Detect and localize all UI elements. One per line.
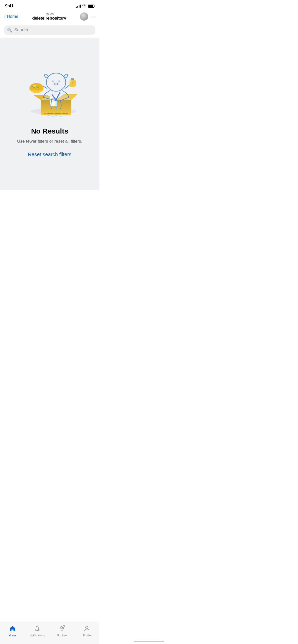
svg-point-14 [33, 85, 37, 87]
no-results-title: No Results [31, 127, 68, 135]
nav-actions: ··· [80, 12, 95, 21]
search-container: 🔍 Search [0, 24, 99, 38]
svg-point-9 [58, 80, 60, 82]
status-icons [76, 4, 94, 8]
nav-title: delete repository [18, 16, 80, 21]
back-label: Home [7, 14, 18, 19]
nav-title-block: Issues delete repository [18, 12, 80, 21]
svg-point-8 [52, 80, 54, 82]
no-results-illustration [14, 53, 85, 119]
back-button[interactable]: ‹ Home [4, 14, 18, 19]
more-button[interactable]: ··· [90, 14, 95, 20]
search-icon: 🔍 [7, 28, 12, 33]
nav-header: ‹ Home Issues delete repository ··· [0, 10, 99, 24]
svg-point-10 [55, 83, 58, 85]
svg-point-18 [70, 80, 71, 82]
main-content: No Results Use fewer filters or reset al… [0, 38, 99, 190]
status-time: 9:41 [5, 4, 13, 9]
search-input[interactable]: Search [14, 27, 28, 33]
avatar[interactable] [80, 12, 88, 21]
reset-search-filters-button[interactable]: Reset search filters [28, 152, 71, 157]
battery-icon [88, 5, 94, 8]
no-results-subtitle: Use fewer filters or reset all filters. [17, 138, 82, 144]
svg-point-13 [29, 87, 44, 91]
signal-icon [76, 5, 81, 8]
nav-subtitle: Issues [18, 12, 80, 16]
status-bar: 9:41 [0, 0, 99, 10]
svg-point-7 [46, 73, 66, 91]
search-bar[interactable]: 🔍 Search [4, 25, 95, 35]
back-chevron-icon: ‹ [4, 14, 6, 19]
svg-rect-17 [72, 78, 73, 80]
wifi-icon [82, 4, 86, 8]
